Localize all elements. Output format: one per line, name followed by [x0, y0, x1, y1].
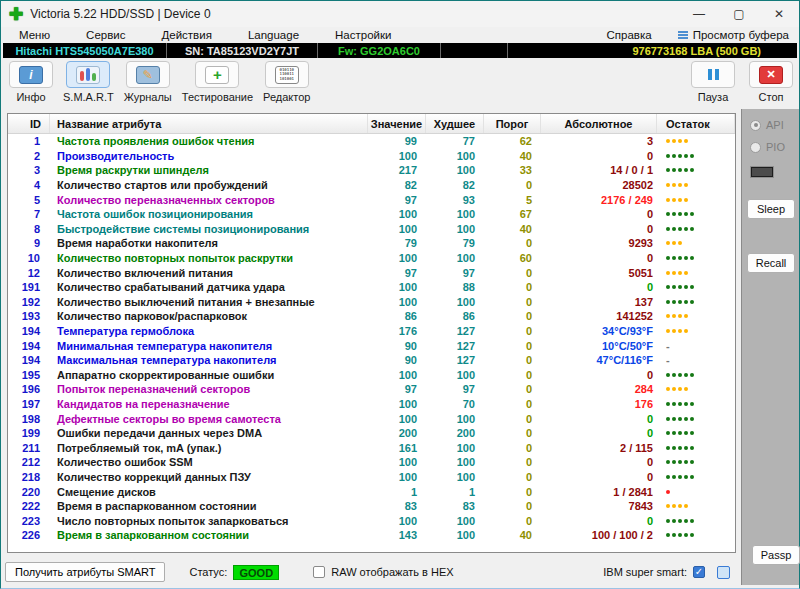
sleep-button[interactable]: Sleep — [747, 199, 795, 219]
column-header-5[interactable]: Порог — [484, 114, 541, 133]
attribute-name: Частота ошибок позиционирования — [50, 208, 368, 220]
table-row[interactable]: 9Время наработки накопителя797909293 — [8, 236, 735, 251]
menu-item-1[interactable]: Меню — [1, 29, 68, 41]
table-row[interactable]: 196Попыток переназначений секторов979702… — [8, 382, 735, 397]
table-row[interactable]: 194Температура гермоблока176127034°C/93°… — [8, 324, 735, 339]
secondary-indicator-checkbox[interactable] — [717, 566, 730, 579]
attribute-id: 211 — [8, 442, 50, 454]
attribute-name: Потребляемый ток, mA (упак.) — [50, 442, 368, 454]
ibm-super-smart-group: IBM super smart: ✓ — [603, 566, 738, 579]
api-radio[interactable] — [750, 120, 761, 131]
minimize-button[interactable]: — — [679, 1, 719, 27]
raw-hex-checkbox[interactable] — [313, 566, 325, 578]
toolbar-button-label: Тестирование — [182, 91, 253, 103]
maximize-button[interactable]: ▢ — [719, 1, 759, 27]
pio-radio[interactable] — [750, 142, 761, 153]
table-row[interactable]: 10Количество повторных попыток раскрутки… — [8, 251, 735, 266]
threshold-cell: 0 — [484, 456, 541, 468]
health-dots — [657, 183, 735, 187]
toolbar-button-editor[interactable]: 010110 110011 101001Редактор — [263, 61, 310, 103]
health-dot — [690, 446, 694, 450]
health-dot — [666, 300, 670, 304]
column-header-7[interactable]: Остаток — [657, 114, 735, 133]
toolbar-button-smart[interactable]: S.M.A.R.T — [63, 61, 114, 103]
health-dot — [666, 431, 670, 435]
attribute-id: 192 — [8, 296, 50, 308]
attribute-id: 194 — [8, 354, 50, 366]
column-header-6[interactable]: Абсолютное — [541, 114, 657, 133]
raw-value-cell: 0 — [541, 150, 657, 162]
menu-item-4[interactable]: Language — [230, 29, 317, 41]
health-dots — [657, 285, 735, 289]
api-radio-row[interactable]: API — [750, 119, 799, 131]
health-dots — [657, 460, 735, 464]
table-row[interactable]: 5Количество переназначенных секторов9793… — [8, 192, 735, 207]
raw-value-cell: 28502 — [541, 179, 657, 191]
stop-button[interactable]: ✕ Стоп — [749, 61, 793, 103]
column-header-4[interactable]: Худшее — [426, 114, 484, 133]
health-dot — [672, 504, 676, 508]
ibm-super-smart-checkbox[interactable]: ✓ — [693, 566, 705, 578]
table-row[interactable]: 4Количество стартов или пробуждений82820… — [8, 178, 735, 193]
health-dot — [678, 373, 682, 377]
column-header-3[interactable]: Значение — [368, 114, 426, 133]
value-cell: 100 — [368, 515, 426, 527]
value-cell: 97 — [368, 267, 426, 279]
table-row[interactable]: 212Количество ошибок SSM10010000 — [8, 455, 735, 470]
worst-cell: 86 — [426, 310, 484, 322]
health-dot — [684, 460, 688, 464]
table-row[interactable]: 197Кандидатов на переназначение100700176 — [8, 397, 735, 412]
toolbar-button-testing[interactable]: +Тестирование — [182, 61, 253, 103]
status-good-badge: GOOD — [233, 565, 279, 580]
pause-button[interactable]: Пауза — [691, 61, 735, 103]
table-row[interactable]: 211Потребляемый ток, mA (упак.)16110002 … — [8, 440, 735, 455]
recall-button[interactable]: Recall — [747, 253, 795, 273]
table-row[interactable]: 198Дефектные секторы во время самотеста1… — [8, 411, 735, 426]
table-row[interactable]: 191Количество срабатываний датчика удара… — [8, 280, 735, 295]
table-row[interactable]: 3Время раскрутки шпинделя2171003314 / 0 … — [8, 163, 735, 178]
health-dots — [657, 241, 735, 245]
health-dot — [678, 402, 682, 406]
app-icon: ✚ — [9, 6, 23, 23]
health-dot — [690, 460, 694, 464]
pio-radio-row[interactable]: PIO — [750, 141, 799, 153]
menu-help[interactable]: Справка — [589, 29, 678, 41]
health-dot — [672, 460, 676, 464]
threshold-cell: 60 — [484, 252, 541, 264]
table-row[interactable]: 194Минимальная температура накопителя901… — [8, 338, 735, 353]
table-row[interactable]: 194Максимальная температура накопителя90… — [8, 353, 735, 368]
table-row[interactable]: 218Количество коррекций данных ПЗУ100100… — [8, 470, 735, 485]
health-dot — [684, 533, 688, 537]
table-row[interactable]: 220Смещение дисков1101 / 2841 — [8, 484, 735, 499]
menu-item-5[interactable]: Настройки — [317, 29, 409, 41]
attribute-name: Быстродействие системы позиционирования — [50, 223, 368, 235]
toolbar-button-journals[interactable]: ✎Журналы — [124, 61, 172, 103]
table-row[interactable]: 193Количество парковок/распарковок868601… — [8, 309, 735, 324]
menu-item-2[interactable]: Сервис — [68, 29, 143, 41]
table-row[interactable]: 12Количество включений питания979705051 — [8, 265, 735, 280]
buffer-view-button[interactable]: Просмотр буфера — [678, 29, 799, 41]
raw-value-cell: 7843 — [541, 500, 657, 512]
drive-firmware: Fw: GG2OA6C0 — [318, 43, 440, 58]
close-button[interactable]: ✕ — [759, 1, 799, 27]
table-row[interactable]: 1Частота проявления ошибок чтения9977623 — [8, 134, 735, 149]
toolbar-button-info[interactable]: iИнфо — [9, 61, 53, 103]
health-dots: - — [657, 340, 735, 352]
table-row[interactable]: 222Время в распаркованном состоянии83830… — [8, 499, 735, 514]
table-row[interactable]: 195Аппаратно скорректированные ошибки100… — [8, 368, 735, 383]
table-row[interactable]: 226Время в запаркованном состоянии143100… — [8, 528, 735, 543]
table-row[interactable]: 223Число повторных попыток запарковаться… — [8, 513, 735, 528]
column-header-2[interactable]: Название атрибута — [50, 114, 368, 133]
column-header-1[interactable]: ID — [8, 114, 50, 133]
health-dots — [657, 271, 735, 275]
table-row[interactable]: 2Производительность100100400 — [8, 149, 735, 164]
table-row[interactable]: 7Частота ошибок позиционирования10010067… — [8, 207, 735, 222]
menu-item-3[interactable]: Действия — [143, 29, 229, 41]
table-row[interactable]: 199Ошибки передачи данных через DMA20020… — [8, 426, 735, 441]
get-smart-attributes-button[interactable]: Получить атрибуты SMART — [5, 562, 165, 582]
table-row[interactable]: 192Количество выключений питания + внеза… — [8, 295, 735, 310]
threshold-cell: 0 — [484, 179, 541, 191]
table-row[interactable]: 8Быстродействие системы позиционирования… — [8, 222, 735, 237]
health-dots — [657, 329, 735, 333]
passp-button[interactable]: Passp — [752, 545, 800, 565]
